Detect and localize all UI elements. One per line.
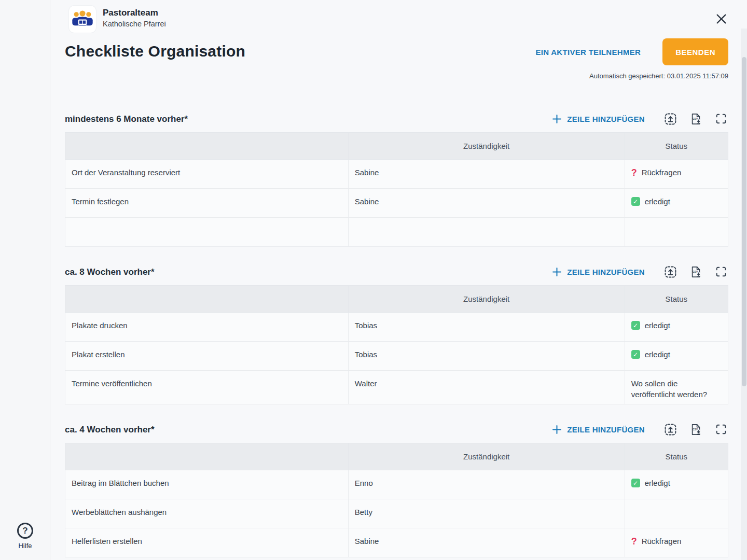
task-cell[interactable]: Plakate drucken — [65, 313, 349, 342]
task-cell[interactable]: Termine veröffentlichen — [65, 371, 349, 404]
plus-icon — [551, 114, 562, 124]
task-cell[interactable]: Helferlisten erstellen — [65, 528, 349, 557]
status-text: erledigt — [645, 196, 670, 207]
column-header-status: Status — [625, 133, 728, 160]
question-mark-icon — [631, 537, 637, 546]
task-cell[interactable]: Plakat erstellen — [65, 342, 349, 371]
status-text: Wo sollen die veröffentlicht werden? — [631, 378, 722, 400]
column-header-responsibility: Zuständigkeit — [348, 286, 625, 313]
task-cell[interactable]: Werbeblättchen aushängen — [65, 499, 349, 528]
app-logo — [69, 6, 96, 33]
table-row: Helferlisten erstellen Sabine Rückfragen — [65, 528, 728, 557]
section-6-monate: mindestens 6 Monate vorher* ZEILE HINZUF… — [65, 113, 728, 247]
responsibility-cell[interactable]: Betty — [348, 499, 625, 528]
responsibility-cell[interactable] — [348, 218, 625, 247]
responsibility-cell[interactable]: Walter — [348, 371, 625, 404]
status-cell[interactable]: Rückfragen — [625, 528, 728, 557]
csv-export-button[interactable]: CSV — [690, 424, 702, 436]
column-header-status: Status — [625, 286, 728, 313]
responsibility-cell[interactable]: Sabine — [348, 189, 625, 218]
csv-export-button[interactable]: CSV — [690, 113, 702, 125]
section-title: ca. 8 Wochen vorher* — [65, 267, 155, 277]
task-cell[interactable]: Termin festlegen — [65, 189, 349, 218]
task-cell[interactable]: Ort der Veranstaltung reserviert — [65, 160, 349, 189]
csv-download-icon: CSV — [690, 424, 702, 436]
upload-rows-button[interactable] — [665, 424, 676, 436]
header-row: Zuständigkeit Status — [65, 133, 728, 160]
responsibility-cell[interactable]: Sabine — [348, 160, 625, 189]
status-cell[interactable]: Rückfragen — [625, 160, 728, 189]
fullscreen-button[interactable] — [715, 266, 727, 278]
responsibility-cell[interactable]: Sabine — [348, 528, 625, 557]
column-header-task — [65, 286, 349, 313]
fullscreen-button[interactable] — [715, 424, 727, 436]
active-participants-link[interactable]: EIN AKTIVER TEILNEHMER — [535, 48, 641, 57]
autosave-status: Automatisch gespeichert: 03.01.2025 11:5… — [589, 72, 728, 80]
scrollbar-track[interactable] — [741, 29, 747, 560]
plus-icon — [551, 267, 562, 277]
checklist-table: Zuständigkeit Status Beitrag im Blättche… — [65, 443, 728, 557]
add-row-button[interactable]: ZEILE HINZUFÜGEN — [551, 424, 645, 435]
main-panel: Pastoralteam Katholische Pfarrei Checkli… — [51, 0, 741, 560]
table-row: Beitrag im Blättchen buchen Enno erledig… — [65, 470, 728, 499]
table-row: Plakate drucken Tobias erledigt — [65, 313, 728, 342]
status-cell[interactable]: erledigt — [625, 342, 728, 371]
add-row-label: ZEILE HINZUFÜGEN — [567, 425, 645, 434]
close-button[interactable] — [714, 12, 728, 26]
status-cell[interactable]: Wo sollen die veröffentlicht werden? — [625, 371, 728, 404]
add-row-label: ZEILE HINZUFÜGEN — [567, 115, 645, 123]
section-title: mindestens 6 Monate vorher* — [65, 114, 188, 124]
csv-export-button[interactable]: CSV — [690, 266, 702, 278]
question-circle-icon — [17, 523, 33, 539]
table-row — [65, 218, 728, 247]
check-icon — [631, 197, 640, 206]
upload-rows-icon — [665, 424, 676, 436]
csv-download-icon: CSV — [690, 266, 702, 278]
status-cell[interactable]: erledigt — [625, 189, 728, 218]
status-cell[interactable] — [625, 499, 728, 528]
status-cell[interactable] — [625, 218, 728, 247]
upload-rows-button[interactable] — [665, 266, 676, 278]
finish-button[interactable]: BEENDEN — [662, 38, 728, 65]
check-icon — [631, 479, 640, 487]
add-row-button[interactable]: ZEILE HINZUFÜGEN — [551, 267, 645, 277]
close-icon — [714, 12, 728, 26]
task-cell[interactable]: Beitrag im Blättchen buchen — [65, 470, 349, 499]
column-header-responsibility: Zuständigkeit — [348, 133, 625, 160]
scrollbar-thumb[interactable] — [742, 57, 746, 386]
column-header-responsibility: Zuständigkeit — [348, 443, 625, 470]
section-4-wochen: ca. 4 Wochen vorher* ZEILE HINZUFÜGEN — [65, 424, 728, 557]
fullscreen-icon — [715, 266, 727, 277]
table-row: Werbeblättchen aushängen Betty — [65, 499, 728, 528]
help-button[interactable]: Hilfe — [0, 523, 50, 550]
status-text: erledigt — [645, 478, 670, 488]
responsibility-cell[interactable]: Tobias — [348, 342, 625, 371]
section-8-wochen: ca. 8 Wochen vorher* ZEILE HINZUFÜGEN — [65, 266, 728, 404]
task-cell[interactable] — [65, 218, 349, 247]
table-row: Termine veröffentlichen Walter Wo sollen… — [65, 371, 728, 404]
upload-rows-icon — [665, 113, 676, 125]
responsibility-cell[interactable]: Enno — [348, 470, 625, 499]
add-row-button[interactable]: ZEILE HINZUFÜGEN — [551, 114, 645, 124]
status-cell[interactable]: erledigt — [625, 470, 728, 499]
status-text: erledigt — [645, 349, 670, 360]
csv-download-icon: CSV — [690, 113, 702, 125]
status-text: Rückfragen — [642, 536, 682, 547]
table-row: Ort der Veranstaltung reserviert Sabine … — [65, 160, 728, 189]
column-header-task — [65, 133, 349, 160]
team-name: Pastoralteam — [103, 6, 166, 18]
header-row: Zuständigkeit Status — [65, 443, 728, 470]
page-title: Checkliste Organisation — [65, 38, 245, 60]
sidebar — [0, 0, 50, 560]
upload-rows-button[interactable] — [665, 113, 676, 125]
header-row: Zuständigkeit Status — [65, 286, 728, 313]
brand: Pastoralteam Katholische Pfarrei — [69, 6, 166, 33]
column-header-task — [65, 443, 349, 470]
fullscreen-icon — [715, 424, 727, 435]
status-text: Rückfragen — [642, 167, 682, 178]
status-cell[interactable]: erledigt — [625, 313, 728, 342]
fullscreen-button[interactable] — [715, 113, 727, 125]
responsibility-cell[interactable]: Tobias — [348, 313, 625, 342]
table-row: Termin festlegen Sabine erledigt — [65, 189, 728, 218]
people-group-icon — [72, 8, 93, 30]
